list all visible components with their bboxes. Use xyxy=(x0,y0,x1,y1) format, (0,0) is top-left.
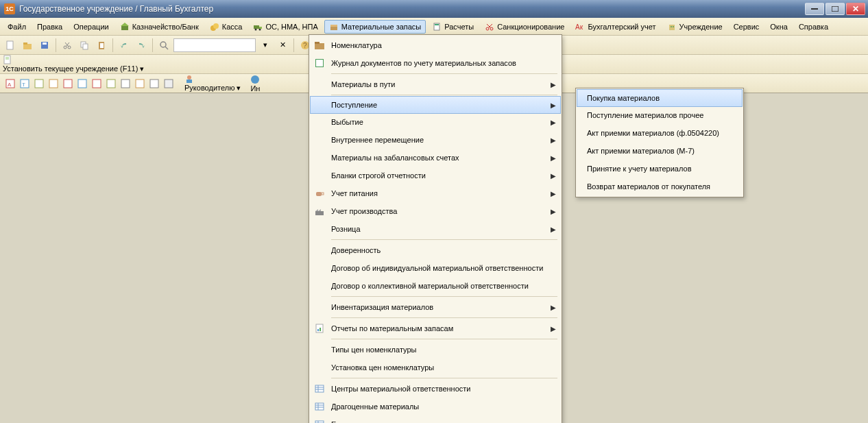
svg-rect-59 xyxy=(315,43,324,49)
cut-button[interactable] xyxy=(60,38,75,53)
materials-menu-item[interactable]: Установка цен номенклатуры xyxy=(311,359,560,376)
menu-item-label: Выбытие xyxy=(328,118,548,126)
materials-menu-item[interactable]: Выбытие▶ xyxy=(311,113,560,131)
redo-button[interactable] xyxy=(134,38,149,53)
shortcut-5[interactable] xyxy=(62,77,74,90)
menu-windows[interactable]: Окна xyxy=(765,21,793,33)
shortcut-7[interactable] xyxy=(91,77,103,90)
menu-os[interactable]: ОС, НМА, НПА xyxy=(248,20,322,34)
shortcut-4[interactable] xyxy=(47,77,60,90)
new-doc-button[interactable] xyxy=(3,38,18,53)
titlebar: 1С Государственное учреждение / Главный … xyxy=(0,0,868,18)
materials-menu-item[interactable]: Доверенность xyxy=(311,241,560,259)
materials-menu-item[interactable]: Типы цен номенклатуры xyxy=(311,341,560,359)
shortcut-3[interactable] xyxy=(33,77,45,90)
menu-item-label: Договор об индивидуальной материальной о… xyxy=(328,264,548,272)
materials-menu-item[interactable]: Материалы в пути▶ xyxy=(311,75,560,93)
materials-menu-item[interactable]: Единицы измерения xyxy=(311,415,560,423)
svg-text:?: ? xyxy=(303,42,307,49)
menu-accounting[interactable]: Ак Бухгалтерский учет xyxy=(570,20,660,34)
set-institution-button[interactable]: Установить текущее учреждение (F11) ▾ xyxy=(3,55,144,73)
postuplenie-submenu-item[interactable]: Поступление материалов прочее xyxy=(577,106,742,124)
menu-calculations[interactable]: Расчеты xyxy=(427,20,479,34)
book-green-icon xyxy=(311,58,328,69)
materials-menu-item[interactable]: Материалы на забалансовых счетах▶ xyxy=(311,149,560,167)
copy-button[interactable] xyxy=(77,38,92,53)
menu-divider xyxy=(331,95,557,95)
shortcut-6[interactable] xyxy=(76,77,88,90)
materials-menu-item[interactable]: Бланки строгой отчетности▶ xyxy=(311,167,560,184)
svg-rect-2 xyxy=(121,26,128,30)
close-button[interactable]: ✕ xyxy=(846,3,865,15)
svg-rect-24 xyxy=(23,43,27,45)
search-button[interactable] xyxy=(156,38,171,53)
search-dropdown[interactable]: ▾ xyxy=(258,38,273,53)
materials-menu-item[interactable]: Учет питания▶ xyxy=(311,184,560,202)
search-clear[interactable]: ✕ xyxy=(275,38,290,53)
materials-menu-item[interactable]: Учет производства▶ xyxy=(311,202,560,220)
svg-point-35 xyxy=(160,42,166,47)
paste-button[interactable] xyxy=(94,38,109,53)
materials-menu-item[interactable]: Инвентаризация материалов▶ xyxy=(311,298,560,316)
postuplenie-submenu-item[interactable]: Возврат материалов от покупателя xyxy=(577,178,742,195)
menu-item-label: Журнал документов по учету материальных … xyxy=(328,59,548,67)
materials-menu-item[interactable]: Договор об индивидуальной материальной о… xyxy=(311,259,560,277)
menu-help[interactable]: Справка xyxy=(794,21,833,33)
menu-operations[interactable]: Операции xyxy=(69,21,113,33)
svg-rect-39 xyxy=(4,56,10,64)
postuplenie-submenu-item[interactable]: Акт приемки материалов (М-7) xyxy=(577,142,742,160)
manager-button[interactable]: Руководителю ▾ xyxy=(184,74,241,93)
menu-item-label: Договор о коллективной материальной отве… xyxy=(328,282,548,290)
minimize-button[interactable] xyxy=(805,3,824,15)
shortcut-2[interactable]: Т xyxy=(19,77,31,90)
svg-rect-52 xyxy=(121,80,130,88)
materials-menu-item[interactable]: Номенклатура xyxy=(311,36,560,54)
info-icon xyxy=(250,75,260,84)
materials-menu-item[interactable]: Внутреннее перемещение▶ xyxy=(311,131,560,149)
save-button[interactable] xyxy=(37,38,52,53)
postuplenie-submenu-item[interactable]: Покупка материалов xyxy=(577,89,743,107)
menu-divider xyxy=(331,296,557,297)
menu-institution[interactable]: Учреждение xyxy=(662,20,727,34)
maximize-button[interactable] xyxy=(825,3,845,15)
menu-edit[interactable]: Правка xyxy=(32,21,67,33)
folder-brown-icon xyxy=(311,40,328,51)
materials-menu-item[interactable]: Драгоценные материалы xyxy=(311,398,560,415)
submenu-arrow-icon: ▶ xyxy=(551,208,556,215)
menu-materials[interactable]: Материальные запасы xyxy=(324,20,426,34)
shortcut-12[interactable] xyxy=(162,77,175,90)
info-button[interactable]: Ин xyxy=(250,75,260,93)
postuplenie-submenu-item[interactable]: Акт приемки материалов (ф.0504220) xyxy=(577,124,742,142)
shortcut-8[interactable] xyxy=(105,77,117,90)
svg-rect-1 xyxy=(832,6,839,12)
materials-menu-item[interactable]: Журнал документов по учету материальных … xyxy=(311,54,560,72)
submenu-arrow-icon: ▶ xyxy=(551,226,556,233)
search-input[interactable] xyxy=(173,38,256,52)
undo-button[interactable] xyxy=(117,38,132,53)
materials-menu-item[interactable]: Отчеты по материальным запасам▶ xyxy=(311,319,560,337)
svg-marker-66 xyxy=(315,209,318,211)
list-icon xyxy=(311,383,328,394)
submenu-arrow-icon: ▶ xyxy=(551,136,556,144)
svg-rect-23 xyxy=(23,44,32,49)
menu-file[interactable]: Файл xyxy=(3,21,31,33)
factory-icon xyxy=(311,206,328,217)
open-button[interactable] xyxy=(20,38,35,53)
materials-menu-item[interactable]: Центры материальной ответственности xyxy=(311,380,560,398)
report-icon xyxy=(311,323,328,334)
menu-cashier[interactable]: Касса xyxy=(205,20,248,34)
shortcut-9[interactable] xyxy=(119,77,132,90)
materials-menu-item[interactable]: Розница▶ xyxy=(311,220,560,238)
materials-menu-item[interactable]: Поступление▶ xyxy=(310,96,561,114)
menu-treasury[interactable]: Казначейство/Банк xyxy=(115,20,204,34)
shortcut-1[interactable]: A xyxy=(4,77,16,90)
menu-service[interactable]: Сервис xyxy=(729,21,764,33)
shortcut-10[interactable] xyxy=(134,77,146,90)
postuplenie-submenu-item[interactable]: Принятие к учету материалов xyxy=(577,160,742,178)
svg-marker-3 xyxy=(121,23,129,26)
materials-menu-item[interactable]: Договор о коллективной материальной отве… xyxy=(311,277,560,295)
shortcut-11[interactable] xyxy=(148,77,160,90)
menu-sanction[interactable]: Санкционирование xyxy=(480,20,569,34)
box-icon xyxy=(329,22,339,32)
submenu-arrow-icon: ▶ xyxy=(551,154,556,162)
